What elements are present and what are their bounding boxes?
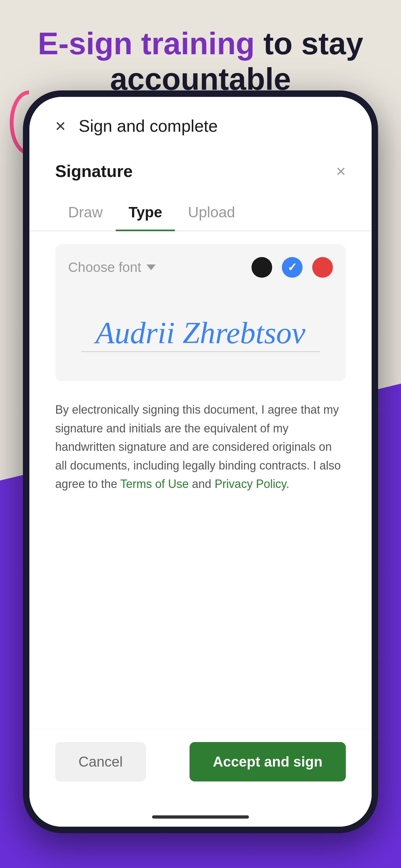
signature-display: Audrii Zhrebtsov [68, 290, 333, 368]
top-bar: × Sign and complete [29, 97, 372, 149]
signature-label: Signature [55, 161, 133, 181]
bottom-actions: Cancel Accept and sign [29, 729, 372, 807]
choose-font-selector[interactable]: Choose font [68, 259, 156, 275]
tab-draw[interactable]: Draw [55, 197, 116, 230]
legal-end: . [286, 477, 289, 491]
header-title: E-sign training to stay accountable [26, 26, 375, 97]
signature-header: Signature × [29, 149, 372, 181]
home-indicator [29, 807, 372, 827]
signature-section: Signature × Draw Type Upload [29, 149, 372, 827]
chevron-down-icon [147, 265, 156, 270]
color-red[interactable] [312, 257, 333, 278]
tab-upload[interactable]: Upload [175, 197, 248, 230]
privacy-policy-link[interactable]: Privacy Policy [215, 477, 286, 491]
accept-sign-button[interactable]: Accept and sign [189, 742, 346, 781]
color-black[interactable] [251, 257, 272, 278]
header-highlight: E-sign training [38, 26, 255, 61]
signature-close-button[interactable]: × [336, 161, 346, 181]
phone-container: × Sign and complete Signature × Draw Typ… [23, 90, 378, 833]
tab-type[interactable]: Type [116, 197, 175, 230]
top-bar-title: Sign and complete [79, 116, 218, 135]
header-section: E-sign training to stay accountable [0, 26, 401, 97]
color-blue[interactable] [282, 257, 303, 278]
legal-text: By electronically signing this document,… [29, 394, 372, 506]
top-close-button[interactable]: × [55, 117, 66, 135]
home-bar [152, 815, 249, 818]
font-area: Choose font Audrii Zhrebtsov [55, 244, 346, 381]
terms-of-use-link[interactable]: Terms of Use [120, 477, 189, 491]
color-dots-container [251, 257, 333, 278]
font-toolbar: Choose font [68, 257, 333, 278]
cancel-button[interactable]: Cancel [55, 742, 146, 781]
signature-underline [81, 351, 320, 352]
legal-and: and [189, 477, 215, 491]
choose-font-label: Choose font [68, 259, 142, 275]
phone-screen: × Sign and complete Signature × Draw Typ… [29, 97, 372, 827]
tabs-container: Draw Type Upload [29, 187, 372, 231]
signature-text: Audrii Zhrebtsov [96, 315, 305, 351]
